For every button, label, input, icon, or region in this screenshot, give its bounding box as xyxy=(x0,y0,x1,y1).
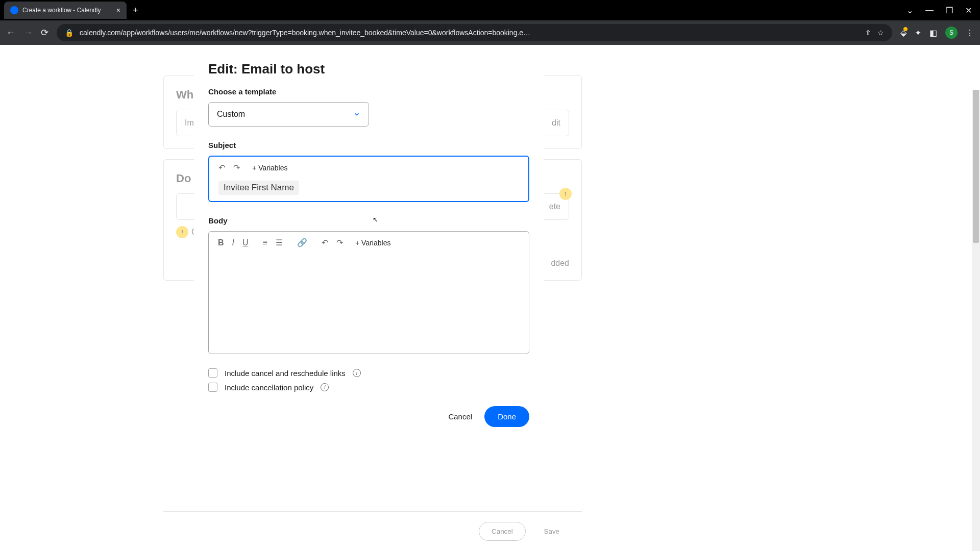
undo-icon[interactable]: ↶ xyxy=(218,163,225,172)
maximize-icon[interactable]: ❐ xyxy=(946,6,953,15)
modal-title: Edit: Email to host xyxy=(208,61,529,77)
bookmark-icon[interactable]: ☆ xyxy=(877,29,884,37)
checkbox-label: Include cancellation policy xyxy=(225,383,313,392)
extensions-puzzle-icon[interactable]: ✦ xyxy=(915,28,921,38)
address-bar[interactable]: 🔒 calendly.com/app/workflows/users/me/wo… xyxy=(57,24,892,41)
undo-icon[interactable]: ↶ xyxy=(322,238,328,247)
browser-tab[interactable]: Create a workflow - Calendly × xyxy=(4,2,127,19)
forward-button[interactable]: → xyxy=(23,28,33,38)
tab-title: Create a workflow - Calendly xyxy=(22,7,112,14)
bullet-list-icon[interactable]: ≡ xyxy=(263,238,267,247)
warning-icon: ! xyxy=(176,226,188,238)
subject-editor[interactable]: ↶ ↷ + Variables Invitee First Name xyxy=(208,156,529,202)
lock-icon: 🔒 xyxy=(65,29,74,37)
warning-icon: ! xyxy=(559,188,572,200)
tabs-dropdown-icon[interactable]: ⌄ xyxy=(906,6,913,15)
plus-icon: + xyxy=(355,239,359,247)
done-button[interactable]: Done xyxy=(484,406,529,427)
numbered-list-icon[interactable]: ☰ xyxy=(276,238,283,247)
include-policy-checkbox[interactable] xyxy=(208,383,217,392)
calendly-favicon xyxy=(10,6,18,14)
template-label: Choose a template xyxy=(208,87,529,96)
cancel-button[interactable]: Cancel xyxy=(448,412,472,421)
checkbox-label: Include cancel and reschedule links xyxy=(225,369,346,378)
bold-icon[interactable]: B xyxy=(218,238,224,247)
body-label: Body xyxy=(208,216,529,225)
redo-icon[interactable]: ↷ xyxy=(336,238,343,247)
scrollbar[interactable] xyxy=(972,90,980,551)
menu-icon[interactable]: ⋮ xyxy=(966,28,974,38)
info-icon[interactable]: i xyxy=(353,369,361,377)
body-content[interactable] xyxy=(218,256,520,347)
italic-icon[interactable]: I xyxy=(232,238,234,247)
underline-icon[interactable]: U xyxy=(242,238,249,247)
include-links-checkbox[interactable] xyxy=(208,368,217,378)
share-icon[interactable]: ⇧ xyxy=(865,29,871,37)
variable-chip[interactable]: Invitee First Name xyxy=(218,181,299,195)
close-window-icon[interactable]: ✕ xyxy=(965,6,972,15)
new-tab-button[interactable]: + xyxy=(133,5,138,16)
body-editor[interactable]: B I U ≡ ☰ 🔗 ↶ ↷ + Variables xyxy=(208,231,529,354)
side-panel-icon[interactable]: ◧ xyxy=(929,28,937,38)
bg-cancel-button: Cancel xyxy=(479,522,526,541)
subject-label: Subject xyxy=(208,141,529,149)
redo-icon[interactable]: ↷ xyxy=(233,163,240,172)
info-icon[interactable]: i xyxy=(321,383,329,391)
link-icon[interactable]: 🔗 xyxy=(297,238,307,247)
template-select[interactable]: Custom xyxy=(208,102,369,127)
close-tab-icon[interactable]: × xyxy=(116,6,120,14)
template-value: Custom xyxy=(217,110,245,119)
body-variables-button[interactable]: + Variables xyxy=(355,239,391,247)
reload-button[interactable]: ⟳ xyxy=(41,27,48,38)
back-button[interactable]: ← xyxy=(6,28,15,38)
bg-save-button: Save xyxy=(532,522,572,541)
chevron-down-icon xyxy=(353,111,360,118)
extensions-icon[interactable]: ⬙ xyxy=(900,28,906,38)
profile-avatar[interactable]: S xyxy=(945,27,958,39)
edit-email-modal: Edit: Email to host Choose a template Cu… xyxy=(194,45,544,439)
minimize-icon[interactable]: — xyxy=(925,6,934,15)
url-text: calendly.com/app/workflows/users/me/work… xyxy=(80,29,859,37)
scrollbar-thumb[interactable] xyxy=(973,90,979,243)
subject-variables-button[interactable]: + Variables xyxy=(252,164,288,172)
plus-icon: + xyxy=(252,164,256,172)
